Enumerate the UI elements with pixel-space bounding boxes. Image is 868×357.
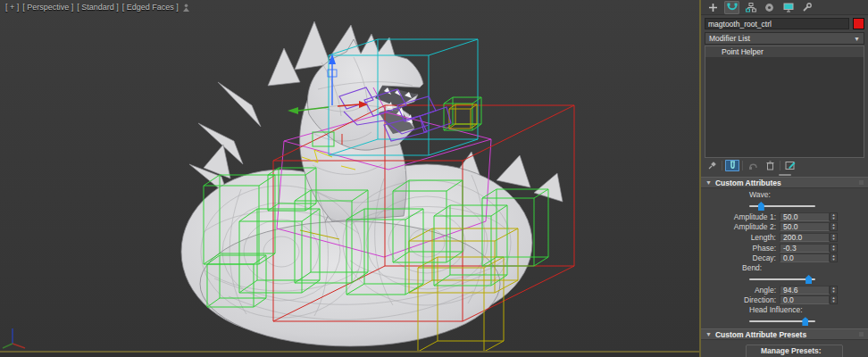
rollout-title: Custom Attributes <box>715 178 781 187</box>
modifier-stack-list[interactable]: Point Helper <box>705 46 864 158</box>
slider-thumb[interactable] <box>802 317 808 326</box>
spinner-arrows[interactable]: ▲▼ <box>830 244 838 253</box>
viewport-person-icon[interactable] <box>182 4 190 12</box>
slider-thumb[interactable] <box>805 275 812 284</box>
spinner-row-direction: Direction: 0.0 ▲▼ <box>701 295 868 306</box>
command-panel: Modifier List ▼ Point Helper <box>701 0 868 357</box>
3ds-max-window: [ + ] [ Perspective ] [ Standard ] [ Edg… <box>0 0 868 357</box>
spinner-row-decay: Decay: 0.0 ▲▼ <box>701 253 868 263</box>
slider-track[interactable] <box>749 320 815 322</box>
viewport-label-bar: [ + ] [ Perspective ] [ Standard ] [ Edg… <box>5 3 190 12</box>
spinner-value-field[interactable]: 50.0 <box>780 212 830 221</box>
head-influence-label: Head Influence: <box>701 305 868 315</box>
object-color-swatch[interactable] <box>853 18 864 29</box>
rollout-title: Custom Attribute Presets <box>715 330 806 339</box>
modifier-stack-toolbar <box>701 158 868 172</box>
slider-track[interactable] <box>749 205 815 207</box>
remove-modifier-icon[interactable] <box>763 160 777 171</box>
rollout-custom-attributes[interactable]: ▼ Custom Attributes <box>701 177 868 188</box>
spinner-label: Angle: <box>701 286 780 295</box>
manage-presets-group: Manage Presets: Name: < <box>746 345 843 357</box>
spinner-row-length: Length: 200.0 ▲▼ <box>701 232 868 243</box>
spinner-arrows[interactable]: ▲▼ <box>830 286 838 295</box>
bend-label: Bend: <box>701 263 868 273</box>
show-end-result-icon[interactable] <box>725 160 739 171</box>
spinner-arrows[interactable]: ▲▼ <box>830 295 838 304</box>
head-influence-slider[interactable] <box>701 315 868 326</box>
spinner-value-field[interactable]: 0.0 <box>780 253 830 262</box>
stack-item-point-helper[interactable]: Point Helper <box>705 46 864 57</box>
manage-presets-title: Manage Presets: <box>750 346 839 355</box>
tab-utilities[interactable] <box>799 1 814 14</box>
modifier-list-dropdown[interactable]: Modifier List ▼ <box>705 32 864 45</box>
spinner-label: Amplitude 2: <box>701 222 780 231</box>
pin-stack-icon[interactable] <box>705 160 719 171</box>
toolbar-separator <box>742 161 743 170</box>
spinner-label: Decay: <box>701 253 780 262</box>
object-name-row <box>701 15 868 31</box>
perspective-viewport[interactable]: [ + ] [ Perspective ] [ Standard ] [ Edg… <box>0 0 701 357</box>
rollout-custom-attribute-presets[interactable]: ▼ Custom Attribute Presets <box>701 328 868 340</box>
chevron-down-icon: ▼ <box>854 36 860 42</box>
spinner-arrows[interactable]: ▲▼ <box>830 222 838 231</box>
tab-hierarchy[interactable] <box>743 1 758 14</box>
slider-thumb[interactable] <box>758 202 764 211</box>
spinner-label: Phase: <box>701 244 780 253</box>
spinner-arrows[interactable]: ▲▼ <box>830 212 838 221</box>
grip-icon <box>779 174 791 176</box>
object-name-input[interactable] <box>705 18 849 29</box>
presets-body: Manage Presets: Name: < Presets: <box>701 340 868 357</box>
spinner-label: Length: <box>701 233 780 242</box>
spinner-arrows[interactable]: ▲▼ <box>830 233 838 242</box>
spinner-row-angle: Angle: 94.6 ▲▼ <box>701 285 868 295</box>
bend-slider[interactable] <box>701 273 868 284</box>
command-panel-tabs <box>701 0 868 15</box>
rollout-expand-icon: ▼ <box>705 331 712 337</box>
spinner-arrows[interactable]: ▲▼ <box>830 253 838 262</box>
tab-display[interactable] <box>780 1 796 14</box>
viewport-menu-shading[interactable]: [ Edged Faces ] <box>122 3 179 12</box>
viewport-menu-pov[interactable]: [ Perspective ] <box>22 3 73 12</box>
wave-label: Wave: <box>701 190 868 200</box>
spinner-label: Direction: <box>701 295 780 304</box>
spinner-value-field[interactable]: 50.0 <box>780 222 830 231</box>
make-unique-icon[interactable] <box>746 160 760 171</box>
modifier-list-label: Modifier List <box>709 34 750 43</box>
spinner-label: Amplitude 1: <box>701 212 780 221</box>
tab-modify[interactable] <box>724 1 739 14</box>
viewport-menu-general[interactable]: [ + ] <box>5 3 19 12</box>
spinner-value-field[interactable]: -0.3 <box>780 244 830 253</box>
viewport-bottom-strip <box>0 353 699 357</box>
spinner-value-field[interactable]: 200.0 <box>780 233 830 242</box>
custom-attributes-body: Wave: Amplitude 1: 50.0 ▲▼ Amplitude 2: … <box>701 188 868 328</box>
wave-slider[interactable] <box>701 200 868 211</box>
rollout-dot-icon <box>859 180 864 185</box>
viewport-menu-style[interactable]: [ Standard ] <box>77 3 119 12</box>
toolbar-separator <box>780 161 780 170</box>
rollout-expand-icon: ▼ <box>705 179 712 186</box>
spinner-row-amplitude-2: Amplitude 2: 50.0 ▲▼ <box>701 222 868 233</box>
toolbar-separator <box>722 161 722 170</box>
slider-track[interactable] <box>749 278 815 280</box>
spinner-row-phase: Phase: -0.3 ▲▼ <box>701 243 868 253</box>
tab-motion[interactable] <box>762 1 777 14</box>
tab-create[interactable] <box>705 1 721 14</box>
spinner-value-field[interactable]: 94.6 <box>780 286 830 295</box>
rollout-dot-icon <box>859 332 864 336</box>
configure-modifier-sets-icon[interactable] <box>783 160 797 171</box>
spinner-row-amplitude-1: Amplitude 1: 50.0 ▲▼ <box>701 212 868 222</box>
spinner-value-field[interactable]: 0.0 <box>780 295 830 304</box>
viewport-3d-scene[interactable] <box>0 0 699 352</box>
